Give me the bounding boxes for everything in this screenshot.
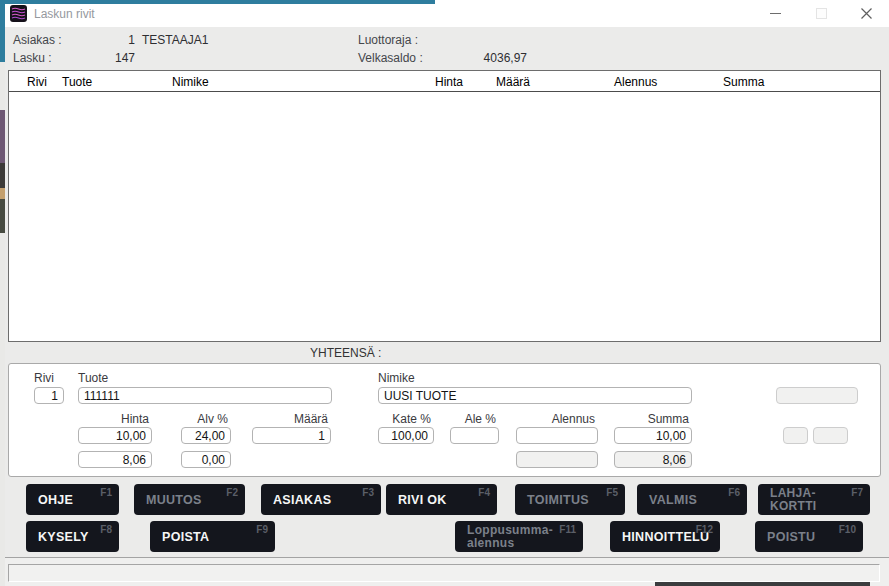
column-header-hinta: Hinta bbox=[399, 75, 463, 89]
asiakas-button[interactable]: ASIAKASF3 bbox=[261, 484, 381, 515]
lasku-label: Lasku : bbox=[13, 51, 52, 65]
alennus-input[interactable] bbox=[516, 427, 598, 444]
close-button[interactable] bbox=[844, 0, 889, 27]
fkey-label: F2 bbox=[226, 487, 238, 498]
edge-segment bbox=[0, 199, 5, 233]
rivi-ok-button[interactable]: RIVI OKF4 bbox=[386, 484, 497, 515]
extra-field-disabled bbox=[776, 387, 858, 404]
fkey-label: F6 bbox=[728, 487, 740, 498]
invoice-rows-table[interactable]: Rivi Tuote Nimike Hinta Määrä Alennus Su… bbox=[8, 70, 881, 342]
hinta-input[interactable] bbox=[78, 427, 152, 444]
velkasaldo-label: Velkasaldo : bbox=[358, 51, 423, 65]
alennus-label: Alennus bbox=[516, 412, 598, 426]
minimize-icon bbox=[770, 13, 781, 14]
fkey-label: F11 bbox=[559, 524, 576, 535]
column-header-alennus: Alennus bbox=[614, 75, 657, 89]
edge-segment bbox=[0, 0, 5, 62]
status-message-field bbox=[8, 564, 880, 582]
lasku-number: 147 bbox=[60, 51, 135, 65]
velkasaldo-value: 4036,97 bbox=[445, 51, 527, 65]
summa-input[interactable] bbox=[614, 427, 692, 444]
ohje-button[interactable]: OHJEF1 bbox=[26, 484, 119, 515]
maara-label: Määrä bbox=[252, 412, 331, 426]
column-header-tuote: Tuote bbox=[62, 75, 92, 89]
asiakas-number: 1 bbox=[60, 33, 135, 47]
summa-label: Summa bbox=[614, 412, 692, 426]
column-header-maara: Määrä bbox=[496, 75, 530, 89]
background-window-left-edge bbox=[0, 0, 5, 586]
poista-button[interactable]: POISTAF9 bbox=[150, 521, 275, 552]
total-label: YHTEENSÄ : bbox=[310, 346, 381, 360]
poistu-button: POISTUF10 bbox=[755, 521, 863, 552]
alennus-net-field bbox=[516, 451, 598, 468]
ale-input[interactable] bbox=[450, 427, 499, 444]
valmis-button: VALMISF6 bbox=[637, 484, 747, 515]
hinta-net-input[interactable] bbox=[78, 451, 152, 468]
background-window-bottom-edge bbox=[655, 582, 870, 586]
close-icon bbox=[860, 7, 873, 20]
app-logo-icon bbox=[10, 5, 27, 22]
muutos-button: MUUTOSF2 bbox=[134, 484, 245, 515]
fkey-label: F10 bbox=[839, 524, 856, 535]
column-header-summa: Summa bbox=[723, 75, 764, 89]
asiakas-name: TESTAAJA1 bbox=[142, 33, 208, 47]
title-bar: Laskun rivit bbox=[0, 0, 889, 27]
column-header-nimike: Nimike bbox=[172, 75, 209, 89]
ale-label: Ale % bbox=[450, 412, 499, 426]
rivi-input[interactable] bbox=[34, 387, 64, 404]
luottoraja-label: Luottoraja : bbox=[358, 33, 418, 47]
laskun-rivit-window: { "colors": { "accent_edge": "#2e7d9e", … bbox=[0, 0, 889, 586]
maximize-icon bbox=[816, 8, 827, 19]
hinnoittelu-button[interactable]: HINNOITTELUF12 bbox=[610, 521, 720, 552]
window-title: Laskun rivit bbox=[34, 7, 95, 21]
fkey-label: F8 bbox=[100, 524, 112, 535]
fkey-label: F7 bbox=[851, 487, 863, 498]
table-header-divider bbox=[9, 91, 880, 92]
fkey-label: F4 bbox=[478, 487, 490, 498]
asiakas-label: Asiakas : bbox=[13, 33, 62, 47]
fkey-label: F5 bbox=[606, 487, 618, 498]
lahjakortti-button: LAHJA-KORTTIF7 bbox=[758, 484, 870, 515]
fkey-label: F12 bbox=[696, 524, 713, 535]
fkey-label: F9 bbox=[256, 524, 268, 535]
hinta-label: Hinta bbox=[78, 412, 152, 426]
fkey-label: F3 bbox=[362, 487, 374, 498]
edge-segment bbox=[0, 188, 5, 199]
small-field-2-disabled bbox=[813, 427, 848, 444]
alv-input[interactable] bbox=[181, 427, 231, 444]
rivi-label: Rivi bbox=[34, 371, 54, 385]
loppusumma-alennus-button: Loppusumma-alennusF11 bbox=[455, 521, 583, 552]
fkey-label: F1 bbox=[100, 487, 112, 498]
alv-label: Alv % bbox=[181, 412, 231, 426]
row-edit-panel: Rivi Tuote Nimike Hinta Alv % Määrä Kate… bbox=[8, 363, 881, 477]
summa-net-field bbox=[614, 451, 692, 468]
nimike-input[interactable] bbox=[378, 387, 692, 404]
edge-segment bbox=[0, 110, 5, 163]
column-header-rivi: Rivi bbox=[27, 75, 47, 89]
background-window-top-edge bbox=[0, 0, 435, 4]
kysely-button[interactable]: KYSELYF8 bbox=[26, 521, 119, 552]
tuote-input[interactable] bbox=[78, 387, 332, 404]
maximize-button bbox=[798, 0, 844, 27]
maara-input[interactable] bbox=[252, 427, 331, 444]
kate-label: Kate % bbox=[378, 412, 434, 426]
toimitus-button: TOIMITUSF5 bbox=[515, 484, 625, 515]
small-field-1-disabled bbox=[783, 427, 808, 444]
kate-input[interactable] bbox=[378, 427, 434, 444]
alv-net-input[interactable] bbox=[181, 451, 231, 468]
nimike-label: Nimike bbox=[378, 371, 415, 385]
minimize-button[interactable] bbox=[752, 0, 798, 27]
tuote-label: Tuote bbox=[78, 371, 108, 385]
edge-segment bbox=[0, 163, 5, 188]
